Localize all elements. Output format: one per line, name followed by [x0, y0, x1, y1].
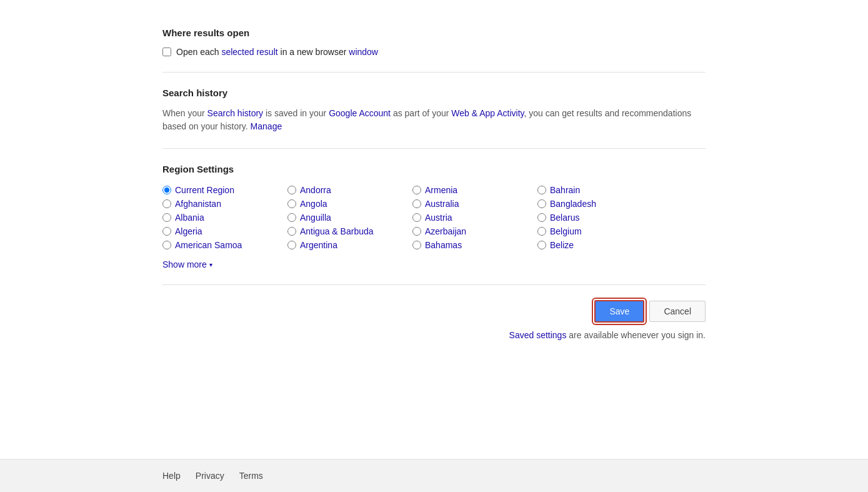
- region-col-0: Current Region Afghanistan Albania Alger…: [162, 183, 287, 252]
- region-azerbaijan-radio[interactable]: [412, 227, 421, 236]
- region-armenia[interactable]: Armenia: [412, 183, 537, 197]
- region-armenia-label: Armenia: [425, 185, 457, 195]
- region-bahrain[interactable]: Bahrain: [537, 183, 662, 197]
- search-history-description: When your Search history is saved in you…: [162, 107, 706, 133]
- region-belize-label: Belize: [550, 240, 574, 250]
- region-algeria-radio[interactable]: [162, 227, 171, 236]
- window-text: window: [349, 47, 378, 57]
- region-american-samoa-radio[interactable]: [162, 241, 171, 249]
- region-angola-label: Angola: [300, 199, 327, 209]
- region-algeria-label: Algeria: [175, 226, 202, 236]
- region-argentina-radio[interactable]: [287, 241, 296, 249]
- region-argentina[interactable]: Argentina: [287, 238, 412, 252]
- region-bangladesh-label: Bangladesh: [550, 199, 596, 209]
- region-bahamas-radio[interactable]: [412, 241, 421, 249]
- region-bahrain-radio[interactable]: [537, 186, 546, 194]
- button-row: Save Cancel: [594, 300, 706, 323]
- region-albania-radio[interactable]: [162, 213, 171, 222]
- region-algeria[interactable]: Algeria: [162, 224, 287, 238]
- region-angola-radio[interactable]: [287, 199, 296, 208]
- region-austria[interactable]: Austria: [412, 211, 537, 224]
- saved-settings-suffix: are available whenever you sign in.: [569, 330, 706, 340]
- region-armenia-radio[interactable]: [412, 186, 421, 194]
- region-austria-label: Austria: [425, 213, 452, 223]
- region-col-1: Andorra Angola Anguilla Antigua & Barbud…: [287, 183, 412, 252]
- show-more-link[interactable]: Show more ▾: [162, 259, 212, 269]
- region-afghanistan-label: Afghanistan: [175, 199, 221, 209]
- region-current-radio[interactable]: [162, 186, 171, 194]
- google-account-link[interactable]: Google Account: [329, 108, 391, 118]
- actions-section: Save Cancel Saved settings are available…: [162, 285, 706, 355]
- new-browser-window-label: Open each selected result in a new brows…: [176, 47, 378, 57]
- region-azerbaijan-label: Azerbaijan: [425, 226, 466, 236]
- region-belize[interactable]: Belize: [537, 238, 662, 252]
- manage-link[interactable]: Manage: [251, 121, 282, 131]
- new-browser-window-checkbox[interactable]: [162, 48, 171, 56]
- search-history-section: Search history When your Search history …: [162, 73, 706, 149]
- new-browser-window-row: Open each selected result in a new brows…: [162, 47, 706, 57]
- region-belarus[interactable]: Belarus: [537, 211, 662, 224]
- region-bangladesh[interactable]: Bangladesh: [537, 197, 662, 211]
- region-american-samoa-label: American Samoa: [175, 240, 242, 250]
- region-grid: Current Region Afghanistan Albania Alger…: [162, 183, 706, 252]
- region-current[interactable]: Current Region: [162, 183, 287, 197]
- region-angola[interactable]: Angola: [287, 197, 412, 211]
- region-bahamas[interactable]: Bahamas: [412, 238, 537, 252]
- show-more-label: Show more: [162, 259, 207, 269]
- region-belgium-label: Belgium: [550, 226, 582, 236]
- show-more-arrow-icon: ▾: [209, 261, 212, 268]
- region-bahrain-label: Bahrain: [550, 185, 580, 195]
- region-afghanistan[interactable]: Afghanistan: [162, 197, 287, 211]
- where-results-open-section: Where results open Open each selected re…: [162, 13, 706, 73]
- region-antigua[interactable]: Antigua & Barbuda: [287, 224, 412, 238]
- region-settings-title: Region Settings: [162, 164, 706, 174]
- region-current-label: Current Region: [175, 185, 234, 195]
- search-history-link[interactable]: Search history: [207, 108, 263, 118]
- where-results-open-title: Where results open: [162, 28, 706, 38]
- region-belgium-radio[interactable]: [537, 227, 546, 236]
- search-history-title: Search history: [162, 88, 706, 98]
- cancel-button[interactable]: Cancel: [649, 301, 706, 322]
- region-belarus-radio[interactable]: [537, 213, 546, 222]
- region-antigua-radio[interactable]: [287, 227, 296, 236]
- selected-text: selected result: [221, 47, 277, 57]
- saved-settings-link[interactable]: Saved settings: [509, 330, 567, 340]
- region-anguilla-radio[interactable]: [287, 213, 296, 222]
- footer-privacy-link[interactable]: Privacy: [196, 471, 224, 481]
- region-belize-radio[interactable]: [537, 241, 546, 249]
- save-button[interactable]: Save: [594, 300, 644, 323]
- region-belgium[interactable]: Belgium: [537, 224, 662, 238]
- region-andorra[interactable]: Andorra: [287, 183, 412, 197]
- region-albania-label: Albania: [175, 213, 204, 223]
- region-argentina-label: Argentina: [300, 240, 337, 250]
- region-settings-section: Region Settings Current Region Afghanist…: [162, 149, 706, 285]
- region-afghanistan-radio[interactable]: [162, 199, 171, 208]
- region-american-samoa[interactable]: American Samoa: [162, 238, 287, 252]
- region-australia[interactable]: Australia: [412, 197, 537, 211]
- region-azerbaijan[interactable]: Azerbaijan: [412, 224, 537, 238]
- footer-terms-link[interactable]: Terms: [239, 471, 263, 481]
- region-australia-label: Australia: [425, 199, 459, 209]
- saved-settings-row: Saved settings are available whenever yo…: [509, 330, 706, 340]
- web-app-activity-link[interactable]: Web & App Activity: [451, 108, 524, 118]
- region-albania[interactable]: Albania: [162, 211, 287, 224]
- region-austria-radio[interactable]: [412, 213, 421, 222]
- region-antigua-label: Antigua & Barbuda: [300, 226, 374, 236]
- region-col-3: Bahrain Bangladesh Belarus Belgium Beliz…: [537, 183, 662, 252]
- region-andorra-label: Andorra: [300, 185, 331, 195]
- region-anguilla-label: Anguilla: [300, 213, 331, 223]
- footer-help-link[interactable]: Help: [162, 471, 181, 481]
- region-anguilla[interactable]: Anguilla: [287, 211, 412, 224]
- region-bahamas-label: Bahamas: [425, 240, 462, 250]
- region-andorra-radio[interactable]: [287, 186, 296, 194]
- footer: Help Privacy Terms: [0, 459, 868, 492]
- region-col-2: Armenia Australia Austria Azerbaijan Bah…: [412, 183, 537, 252]
- region-bangladesh-radio[interactable]: [537, 199, 546, 208]
- region-australia-radio[interactable]: [412, 199, 421, 208]
- region-belarus-label: Belarus: [550, 213, 579, 223]
